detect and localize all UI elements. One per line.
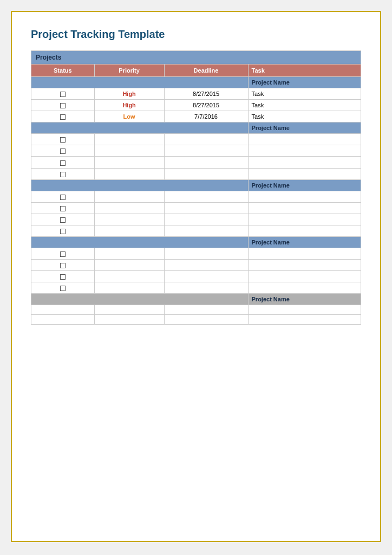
project-name-spacer-2 — [31, 179, 249, 191]
task-cell-2-2 — [248, 214, 361, 225]
checkbox-1-0[interactable] — [60, 137, 66, 143]
deadline-cell-2-3 — [164, 225, 248, 236]
project-name-cell-0: Project Name — [248, 77, 361, 88]
project-name-row-2: Project Name — [31, 179, 361, 191]
data-row-1-0 — [31, 134, 361, 145]
data-row-0-1: High8/27/2015Task — [31, 100, 361, 111]
task-cell-0-1: Task — [248, 100, 361, 111]
deadline-cell-4-1 — [164, 315, 248, 325]
status-cell-3-2 — [31, 271, 95, 282]
project-name-cell-4: Project Name — [248, 294, 361, 305]
task-cell-3-2 — [248, 271, 361, 282]
deadline-cell-4-0 — [164, 305, 248, 315]
status-cell-3-3 — [31, 282, 95, 294]
data-row-2-0 — [31, 191, 361, 202]
project-name-cell-2: Project Name — [248, 179, 361, 191]
table-wrapper: ProjectsStatusPriorityDeadlineTask Proje… — [31, 50, 361, 325]
projects-label: Projects — [31, 51, 361, 64]
priority-cell-1-0 — [94, 134, 164, 145]
task-cell-4-1 — [248, 315, 361, 325]
checkbox-3-0[interactable] — [60, 251, 66, 257]
status-cell-0-0 — [31, 88, 95, 100]
project-name-spacer-0 — [31, 77, 249, 88]
task-cell-3-0 — [248, 248, 361, 260]
status-cell-4-1 — [31, 315, 95, 325]
status-cell-2-2 — [31, 214, 95, 225]
priority-cell-3-3 — [94, 282, 164, 294]
data-row-2-2 — [31, 214, 361, 225]
checkbox-2-1[interactable] — [60, 206, 66, 211]
project-name-spacer-3 — [31, 237, 249, 248]
deadline-cell-0-0: 8/27/2015 — [164, 88, 248, 100]
project-name-row-3: Project Name — [31, 237, 361, 248]
project-name-spacer-1 — [31, 122, 249, 134]
checkbox-2-3[interactable] — [60, 229, 66, 234]
status-cell-0-2 — [31, 111, 95, 122]
deadline-cell-3-2 — [164, 271, 248, 282]
col-header-status: Status — [31, 64, 95, 77]
page-title: Project Tracking Template — [31, 28, 361, 41]
deadline-cell-3-1 — [164, 260, 248, 271]
checkbox-1-2[interactable] — [60, 160, 66, 166]
task-cell-1-3 — [248, 168, 361, 179]
task-cell-3-1 — [248, 260, 361, 271]
deadline-cell-1-0 — [164, 134, 248, 145]
status-cell-1-3 — [31, 168, 95, 179]
col-header-priority: Priority — [94, 64, 164, 77]
checkbox-1-3[interactable] — [60, 172, 66, 177]
task-cell-1-2 — [248, 157, 361, 168]
data-row-3-0 — [31, 248, 361, 260]
priority-cell-2-2 — [94, 214, 164, 225]
data-row-4-0 — [31, 305, 361, 315]
data-row-3-3 — [31, 282, 361, 294]
project-name-row-0: Project Name — [31, 77, 361, 88]
task-cell-0-2: Task — [248, 111, 361, 122]
deadline-cell-2-1 — [164, 202, 248, 214]
checkbox-0-2[interactable] — [60, 114, 66, 120]
task-cell-2-3 — [248, 225, 361, 236]
priority-cell-1-3 — [94, 168, 164, 179]
priority-cell-0-0: High — [94, 88, 164, 100]
status-cell-1-1 — [31, 145, 95, 157]
data-row-3-1 — [31, 260, 361, 271]
status-cell-1-0 — [31, 134, 95, 145]
priority-cell-4-0 — [94, 305, 164, 315]
checkbox-3-3[interactable] — [60, 286, 66, 291]
data-row-0-2: Low7/7/2016Task — [31, 111, 361, 122]
column-header-row: StatusPriorityDeadlineTask — [31, 64, 361, 77]
status-cell-3-1 — [31, 260, 95, 271]
status-cell-3-0 — [31, 248, 95, 260]
checkbox-0-1[interactable] — [60, 103, 66, 108]
checkbox-1-1[interactable] — [60, 149, 66, 154]
checkbox-3-2[interactable] — [60, 274, 66, 280]
status-cell-2-0 — [31, 191, 95, 202]
deadline-cell-1-3 — [164, 168, 248, 179]
data-row-1-3 — [31, 168, 361, 179]
project-table: ProjectsStatusPriorityDeadlineTask Proje… — [31, 50, 361, 325]
checkbox-2-0[interactable] — [60, 195, 66, 200]
checkbox-3-1[interactable] — [60, 263, 66, 268]
deadline-cell-2-0 — [164, 191, 248, 202]
priority-value-0-2: Low — [123, 113, 135, 120]
deadline-cell-1-2 — [164, 157, 248, 168]
checkbox-2-2[interactable] — [60, 217, 66, 223]
col-header-task: Task — [248, 64, 361, 77]
deadline-cell-1-1 — [164, 145, 248, 157]
data-row-4-1 — [31, 315, 361, 325]
priority-cell-0-1: High — [94, 100, 164, 111]
page: Project Tracking Template ProjectsStatus… — [11, 11, 381, 542]
status-cell-2-3 — [31, 225, 95, 236]
task-cell-0-0: Task — [248, 88, 361, 100]
status-cell-2-1 — [31, 202, 95, 214]
task-cell-1-1 — [248, 145, 361, 157]
project-name-row-1: Project Name — [31, 122, 361, 134]
deadline-cell-3-0 — [164, 248, 248, 260]
status-cell-0-1 — [31, 100, 95, 111]
priority-cell-2-3 — [94, 225, 164, 236]
priority-cell-4-1 — [94, 315, 164, 325]
data-row-0-0: High8/27/2015Task — [31, 88, 361, 100]
priority-cell-1-1 — [94, 145, 164, 157]
checkbox-0-0[interactable] — [60, 92, 66, 97]
project-name-spacer-4 — [31, 294, 249, 305]
priority-cell-1-2 — [94, 157, 164, 168]
